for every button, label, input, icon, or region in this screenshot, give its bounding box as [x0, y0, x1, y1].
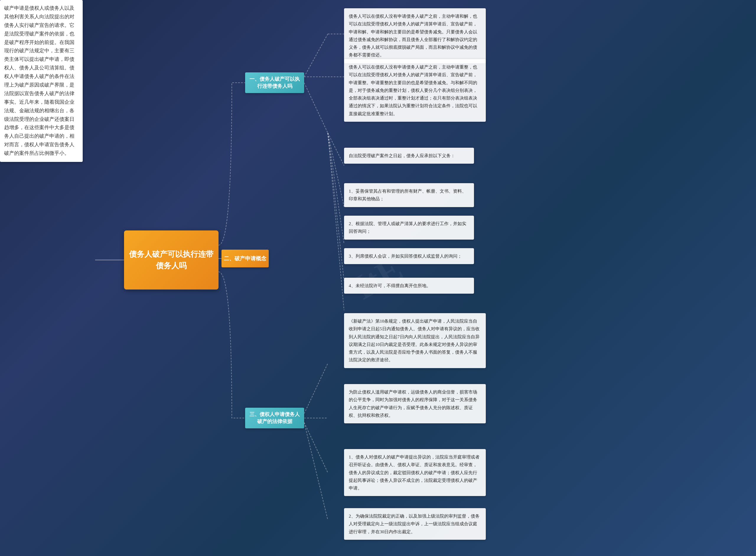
textbox-7-text: 4、未经法院许可，不得擅自离开住所地。 — [349, 283, 431, 288]
textbox-2-text: 债务人可以在债权人没有申请债务人破产之前，主动申请重整，也可以在法院受理债权人对… — [349, 65, 477, 116]
branch2-label-node: 二、破产申请概念 — [221, 250, 269, 267]
branch3-node: 三、债权人申请债务人破产的法律依据 — [245, 408, 304, 428]
textbox-6: 3、列席债权人会议，并如实回答债权人或监督人的询问； — [344, 248, 474, 264]
textbox-11-text: 2、为确保法院院裁定的正确，以及加强上级法院的审判监督，债务人对受理裁定向上一级… — [349, 514, 479, 534]
textbox-10-text: 1、债务人对债权人的破产申请提出异议的，法院应当开庭审理或者召开听证会。由债务人… — [349, 455, 479, 490]
textbox-10: 1、债务人对债权人的破产申请提出异议的，法院应当开庭审理或者召开听证会。由债务人… — [344, 449, 486, 496]
branch3-label: 三、债权人申请债务人破产的法律依据 — [248, 411, 302, 425]
textbox-11: 2、为确保法院院裁定的正确，以及加强上级法院的审判监督，债务人对受理裁定向上一级… — [344, 508, 486, 540]
textbox-4-text: 1、妥善保管其占有和管理的所有财产、帐册、文书、资料、印章和其他物品； — [349, 189, 466, 201]
textbox-7: 4、未经法院许可，不得擅自离开住所地。 — [344, 278, 474, 294]
left-description-text: 破产申请是债权人或债务人以及其他利害关系人向法院提出的对债务人实行破产宣告的请求… — [4, 5, 74, 156]
textbox-5-text: 2、根据法院、管理人或破产清算人的要求进行工作，并如实回答询问； — [349, 221, 466, 234]
textbox-5: 2、根据法院、管理人或破产清算人的要求进行工作，并如实回答询问； — [344, 216, 474, 240]
textbox-9: 为防止债权人滥用破产申请权，运级债务人的商业信誉，损害市场的公平竞争，同时为加强… — [344, 384, 486, 423]
textbox-1: 债务人可以在债权人没有申请债务人破产之前，主动申请和解，也可以在法院受理债权人对… — [344, 8, 486, 63]
branch2-label-text: 二、破产申请概念 — [224, 255, 266, 263]
textbox-1-text: 债务人可以在债权人没有申请债务人破产之前，主动申请和解，也可以在法院受理债权人对… — [349, 14, 477, 57]
textbox-4: 1、妥善保管其占有和管理的所有财产、帐册、文书、资料、印章和其他物品； — [344, 183, 474, 207]
textbox-8: 《新破产法》第10条规定，债权人提出破产申请，人民法院应当自收到申请之日起5日内… — [344, 313, 486, 368]
branch1-label: 一、债务人破产可以执行连带债务人吗 — [248, 76, 302, 90]
mind-map: 债务人破产可以执行连带 债务人吗 破产申请是债权人或债务人以及其他利害关系人向法… — [0, 0, 756, 556]
textbox-3: 自法院受理破产案件之日起，债务人应承担以下义务： — [344, 148, 474, 164]
textbox-6-text: 3、列席债权人会议，并如实回答债权人或监督人的询问； — [349, 254, 462, 258]
textbox-2: 债务人可以在债权人没有申请债务人破产之前，主动申请重整，也可以在法院受理债权人对… — [344, 59, 486, 122]
branch1-node: 一、债务人破产可以执行连带债务人吗 — [245, 72, 304, 93]
left-description-node: 破产申请是债权人或债务人以及其他利害关系人向法院提出的对债务人实行破产宣告的请求… — [0, 0, 83, 162]
textbox-9-text: 为防止债权人滥用破产申请权，运级债务人的商业信誉，损害市场的公平竞争，同时为加强… — [349, 390, 477, 418]
center-node: 债务人破产可以执行连带 债务人吗 — [124, 231, 219, 289]
textbox-3-text: 自法院受理破产案件之日起，债务人应承担以下义务： — [349, 153, 455, 158]
center-node-label: 债务人破产可以执行连带 债务人吗 — [129, 248, 214, 272]
textbox-8-text: 《新破产法》第10条规定，债权人提出破产申请，人民法院应当自收到申请之日起5日内… — [349, 319, 479, 362]
